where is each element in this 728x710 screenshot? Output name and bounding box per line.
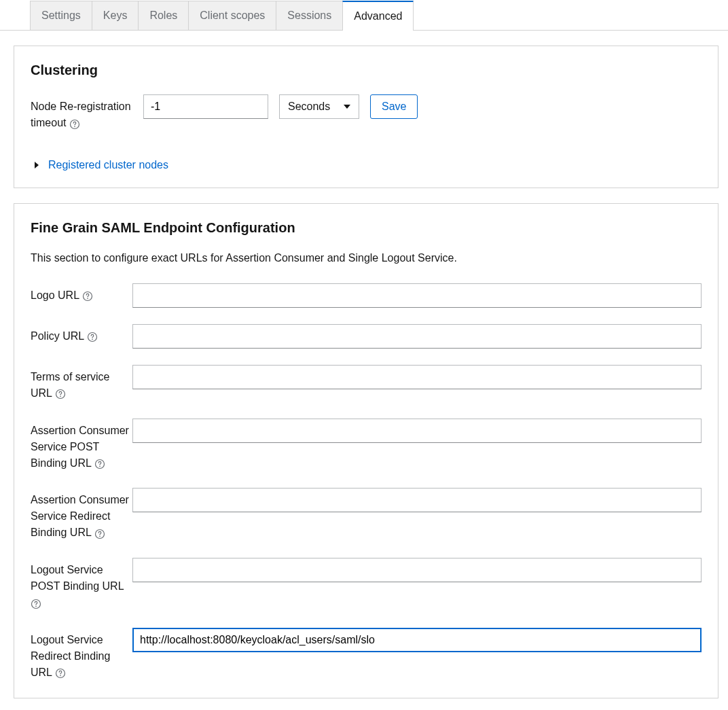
registered-nodes-link[interactable]: Registered cluster nodes xyxy=(48,159,168,171)
help-icon[interactable] xyxy=(87,329,98,345)
policy-url-input[interactable] xyxy=(132,324,702,349)
tos-url-label: Terms of service URL xyxy=(31,365,132,402)
tab-roles[interactable]: Roles xyxy=(138,1,189,30)
logout-redirect-label: Logout Service Redirect Binding URL xyxy=(31,628,132,681)
acs-post-input[interactable] xyxy=(132,419,702,443)
tab-keys[interactable]: Keys xyxy=(92,1,139,30)
help-icon[interactable] xyxy=(55,386,66,402)
acs-post-label: Assertion Consumer Service POST Binding … xyxy=(31,419,132,472)
help-icon[interactable] xyxy=(94,525,105,542)
help-icon[interactable] xyxy=(69,116,80,132)
help-icon[interactable] xyxy=(94,455,105,472)
tab-client-scopes[interactable]: Client scopes xyxy=(188,1,276,30)
help-icon[interactable] xyxy=(82,288,93,304)
help-icon[interactable] xyxy=(31,595,41,611)
tab-bar: Settings Keys Roles Client scopes Sessio… xyxy=(0,0,728,31)
saml-title: Fine Grain SAML Endpoint Configuration xyxy=(31,220,702,236)
acs-redirect-label: Assertion Consumer Service Redirect Bind… xyxy=(31,488,132,542)
tab-settings[interactable]: Settings xyxy=(30,1,92,30)
clustering-panel: Clustering Node Re-registration timeout … xyxy=(14,46,718,188)
logo-url-input[interactable] xyxy=(132,283,702,308)
clustering-title: Clustering xyxy=(31,63,702,78)
node-rereg-label: Node Re-registration timeout xyxy=(31,94,132,132)
acs-redirect-input[interactable] xyxy=(132,488,702,512)
saml-description: This section to configure exact URLs for… xyxy=(31,252,702,264)
logout-redirect-input[interactable] xyxy=(132,628,702,652)
tab-advanced[interactable]: Advanced xyxy=(342,1,414,31)
unit-selected: Seconds xyxy=(288,101,330,113)
tab-sessions[interactable]: Sessions xyxy=(276,1,343,30)
logo-url-label: Logo URL xyxy=(31,283,132,304)
logout-post-label: Logout Service POST Binding URL xyxy=(31,558,132,611)
policy-url-label: Policy URL xyxy=(31,324,132,345)
tos-url-input[interactable] xyxy=(132,365,702,389)
save-button[interactable]: Save xyxy=(370,94,418,119)
caret-down-icon xyxy=(344,105,350,109)
node-rereg-unit-select[interactable]: Seconds xyxy=(279,94,359,119)
registered-nodes-toggle[interactable]: Registered cluster nodes xyxy=(31,159,702,171)
help-icon[interactable] xyxy=(55,665,66,681)
node-rereg-input[interactable] xyxy=(143,94,268,119)
logout-post-input[interactable] xyxy=(132,558,702,582)
saml-panel: Fine Grain SAML Endpoint Configuration T… xyxy=(14,203,718,698)
chevron-right-icon xyxy=(35,162,39,168)
